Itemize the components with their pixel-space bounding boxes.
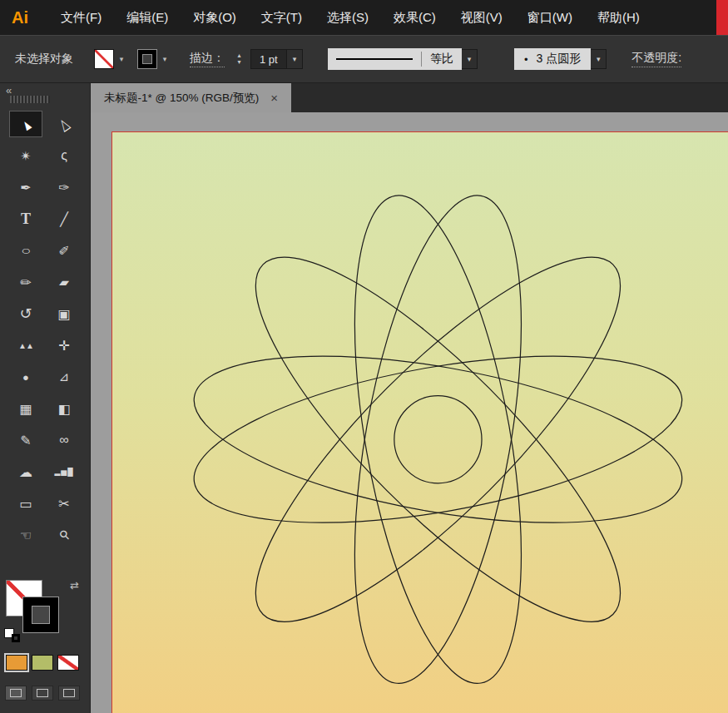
paintbrush-tool[interactable]: ✐ <box>48 238 80 263</box>
blend-tool[interactable]: ∞ <box>48 428 80 453</box>
draw-normal-button[interactable] <box>5 686 27 701</box>
collapse-panel-button[interactable]: « <box>6 84 12 97</box>
rotate-tool-icon: ↺ <box>19 305 32 323</box>
stroke-profile-preview <box>336 58 413 60</box>
column-graph-tool-icon: ▂▅█ <box>54 468 73 476</box>
slice-tool[interactable]: ✂ <box>48 491 80 516</box>
symbol-sprayer-tool[interactable]: ☁ <box>10 459 42 484</box>
eraser-tool[interactable]: ▰ <box>48 270 80 295</box>
stroke-width-stepper[interactable]: ▴ ▾ <box>233 47 245 71</box>
draw-inside-button[interactable] <box>58 686 80 701</box>
direct-selection-tool-icon: △ <box>56 114 72 134</box>
ellipse-flower-artwork[interactable] <box>112 132 728 713</box>
mesh-tool[interactable]: ▦ <box>10 396 42 421</box>
zoom-tool[interactable]: ⚲ <box>48 522 80 547</box>
fill-dropdown-chevron-icon[interactable]: ▾ <box>115 50 128 68</box>
shape-builder-tool[interactable]: ● <box>10 364 42 389</box>
panel-drag-handle[interactable] <box>10 96 50 103</box>
curvature-tool[interactable]: ✑ <box>48 175 80 200</box>
stroke-width-input[interactable]: 1 pt <box>250 49 287 69</box>
stroke-color-swatch[interactable] <box>138 50 156 68</box>
stroke-width-chevron-icon[interactable]: ▾ <box>287 49 303 69</box>
app-logo: Ai <box>12 8 28 27</box>
default-fill-stroke-button[interactable] <box>5 629 20 642</box>
pencil-tool-icon: ✏ <box>20 275 31 290</box>
free-transform-tool-icon: ▣ <box>57 306 70 322</box>
document-tab-title: 未标题-1* @ 150% (RGB/预览) <box>104 91 259 106</box>
fill-color-swatch[interactable] <box>95 50 113 68</box>
perspective-grid-tool[interactable]: ⊿ <box>48 364 80 389</box>
document-area: 未标题-1* @ 150% (RGB/预览) × <box>91 83 728 713</box>
swap-fill-stroke-icon[interactable]: ⇄ <box>70 579 79 592</box>
menu-item[interactable]: 效果(C) <box>381 10 448 26</box>
artboard-tool[interactable]: ▭ <box>10 491 42 516</box>
draw-behind-button[interactable] <box>32 686 53 701</box>
column-graph-tool[interactable]: ▂▅█ <box>48 459 80 484</box>
stroke-panel-link[interactable]: 描边： <box>190 51 225 67</box>
magic-wand-tool[interactable]: ✴ <box>10 143 42 168</box>
puppet-warp-tool[interactable]: ✛ <box>48 333 80 358</box>
selection-status-label: 未选择对象 <box>15 52 73 67</box>
brush-chevron-icon[interactable]: ▾ <box>591 49 607 69</box>
draw-behind-icon <box>37 689 48 697</box>
brush-combo[interactable]: • 3 点圆形 <box>514 48 591 70</box>
stroke-dropdown-chevron-icon[interactable]: ▾ <box>158 50 171 68</box>
ellipse-tool-icon: ○ <box>21 244 31 257</box>
puppet-warp-tool-icon: ✛ <box>58 338 69 354</box>
eraser-tool-icon: ▰ <box>58 275 71 289</box>
none-button[interactable] <box>58 656 78 670</box>
pen-tool-icon: ✒ <box>20 180 31 196</box>
ellipse-path <box>212 213 665 666</box>
brush-label: 3 点圆形 <box>537 52 582 67</box>
magic-wand-tool-icon: ✴ <box>20 148 31 164</box>
opacity-panel-link[interactable]: 不透明度: <box>631 51 681 67</box>
width-tool[interactable]: ▲▲ <box>10 333 42 358</box>
workspace: « ▲△✴ς✒✑T╱○✐✏▰↺▣▲▲✛●⊿▦◧✎∞☁▂▅█▭✂☜⚲ ⇄ 未标题-… <box>0 83 728 713</box>
artboard[interactable] <box>111 131 728 713</box>
brush-preview-dot-icon: • <box>524 53 528 66</box>
gradient-tool[interactable]: ◧ <box>48 396 80 421</box>
zoom-tool-icon: ⚲ <box>56 527 73 544</box>
type-tool[interactable]: T <box>10 206 42 231</box>
shape-builder-tool-icon: ● <box>22 371 29 384</box>
menu-item[interactable]: 文字(T) <box>249 10 314 26</box>
line-segment-tool[interactable]: ╱ <box>48 206 80 231</box>
draw-mode-buttons <box>5 686 80 701</box>
menu-item[interactable]: 文件(F) <box>48 10 114 26</box>
gradient-button[interactable] <box>32 656 52 670</box>
document-tab-bar: 未标题-1* @ 150% (RGB/预览) × <box>91 83 728 112</box>
document-tab[interactable]: 未标题-1* @ 150% (RGB/预览) × <box>91 83 291 112</box>
selection-tool[interactable]: ▲ <box>10 111 42 136</box>
menu-item[interactable]: 对象(O) <box>181 10 249 26</box>
eyedropper-tool[interactable]: ✎ <box>10 428 42 453</box>
direct-selection-tool[interactable]: △ <box>48 111 80 136</box>
curvature-tool-icon: ✑ <box>58 180 69 196</box>
menu-item[interactable]: 编辑(E) <box>114 10 181 26</box>
default-stroke-icon <box>12 634 20 642</box>
menu-item[interactable]: 帮助(H) <box>585 10 652 26</box>
menu-item[interactable]: 窗口(W) <box>515 10 585 26</box>
tab-close-icon[interactable]: × <box>270 92 278 104</box>
menu-item[interactable]: 视图(V) <box>448 10 515 26</box>
stroke-profile-combo[interactable]: 等比 <box>328 48 462 70</box>
rotate-tool[interactable]: ↺ <box>10 301 42 326</box>
lasso-tool-icon: ς <box>61 148 67 163</box>
stroke-indicator-black[interactable] <box>23 597 58 632</box>
eyedropper-tool-icon: ✎ <box>20 433 31 448</box>
color-button[interactable] <box>7 656 27 670</box>
lasso-tool[interactable]: ς <box>48 143 80 168</box>
window-close-button[interactable] <box>716 0 728 35</box>
canvas-pasteboard[interactable] <box>91 112 728 713</box>
ellipse-tool[interactable]: ○ <box>10 238 42 263</box>
menu-item[interactable]: 选择(S) <box>314 10 381 26</box>
stroke-profile-chevron-icon[interactable]: ▾ <box>462 49 478 69</box>
ellipse-path <box>181 325 694 554</box>
pen-tool[interactable]: ✒ <box>10 175 42 200</box>
artboard-tool-icon: ▭ <box>19 496 32 512</box>
center-circle-path <box>394 396 482 483</box>
free-transform-tool[interactable]: ▣ <box>48 301 80 326</box>
hand-tool[interactable]: ☜ <box>10 522 42 547</box>
stepper-down-icon[interactable]: ▾ <box>237 59 240 66</box>
slice-tool-icon: ✂ <box>58 496 69 512</box>
pencil-tool[interactable]: ✏ <box>10 270 42 295</box>
